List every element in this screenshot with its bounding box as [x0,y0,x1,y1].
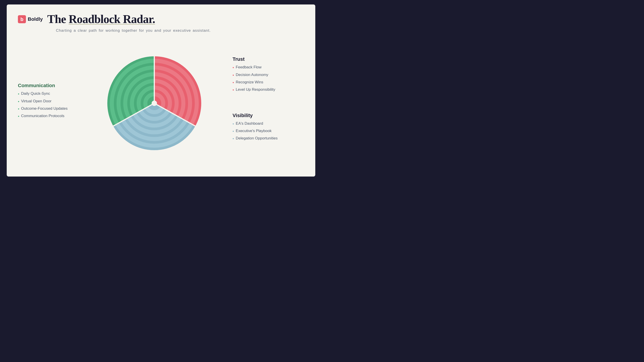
bullet-icon: • [232,73,234,78]
list-item: • EA's Dashboard [232,121,304,127]
content-area: Communication • Daily Quick-Sync • Virtu… [18,37,304,167]
header: b Boldly The Roadblock Radar. [18,12,304,26]
visibility-section: Visibility • EA's Dashboard • Executive'… [232,113,304,143]
item-text: Feedback Flow [236,65,262,70]
title-main: Roadblock Radar. [69,13,155,25]
item-text: Outcome-Focused Updates [21,106,68,111]
list-item: • Daily Quick-Sync [18,91,76,97]
item-text: Virtual Open Door [21,99,52,104]
visibility-title: Visibility [232,113,304,118]
bullet-icon: • [18,92,19,97]
pie-chart [100,46,208,158]
slide: b Boldly The Roadblock Radar. Charting a… [7,4,315,177]
item-text: EA's Dashboard [236,121,263,126]
list-item: • Virtual Open Door [18,99,76,104]
boldly-logo-icon: b [18,15,26,23]
item-text: Recognize Wins [236,80,263,85]
right-legend: Trust • Feedback Flow • Decision Autonom… [232,54,304,150]
communication-title: Communication [18,83,76,88]
bullet-icon: • [232,65,234,70]
trust-items: • Feedback Flow • Decision Autonomy • Re… [232,65,304,93]
visibility-items: • EA's Dashboard • Executive's Playbook … [232,121,304,142]
bullet-icon: • [232,88,234,93]
list-item: • Recognize Wins [232,80,304,85]
trust-section: Trust • Feedback Flow • Decision Autonom… [232,56,304,95]
trust-title: Trust [232,56,304,62]
item-text: Delegation Opportunities [236,136,278,141]
item-text: Daily Quick-Sync [21,91,50,96]
list-item: • Feedback Flow [232,65,304,70]
item-text: Level Up Responsibility [236,87,275,92]
communication-items: • Daily Quick-Sync • Virtual Open Door •… [18,91,76,119]
bullet-icon: • [232,129,234,134]
chart-container [100,46,208,158]
page-title: The Roadblock Radar. [47,12,155,26]
bullet-icon: • [232,136,234,141]
left-legend: Communication • Daily Quick-Sync • Virtu… [18,78,76,126]
logo-text: Boldly [28,16,43,22]
bullet-icon: • [232,80,234,85]
list-item: • Decision Autonomy [232,72,304,78]
bullet-icon: • [18,99,19,104]
list-item: • Delegation Opportunities [232,136,304,141]
bullet-icon: • [18,114,19,119]
item-text: Executive's Playbook [236,128,272,133]
list-item: • Outcome-Focused Updates [18,106,76,112]
bullet-icon: • [232,122,234,127]
center-circle [152,100,157,106]
communication-section: Communication • Daily Quick-Sync • Virtu… [18,83,76,119]
list-item: • Communication Protocols [18,113,76,119]
list-item: • Executive's Playbook [232,128,304,134]
item-text: Decision Autonomy [236,72,268,77]
item-text: Communication Protocols [21,113,64,118]
bullet-icon: • [18,107,19,112]
title-prefix: The [47,13,69,25]
subtitle: Charting a clear path for working togeth… [18,28,304,33]
list-item: • Level Up Responsibility [232,87,304,93]
logo-area: b Boldly [18,15,43,23]
svg-text:b: b [20,16,23,22]
